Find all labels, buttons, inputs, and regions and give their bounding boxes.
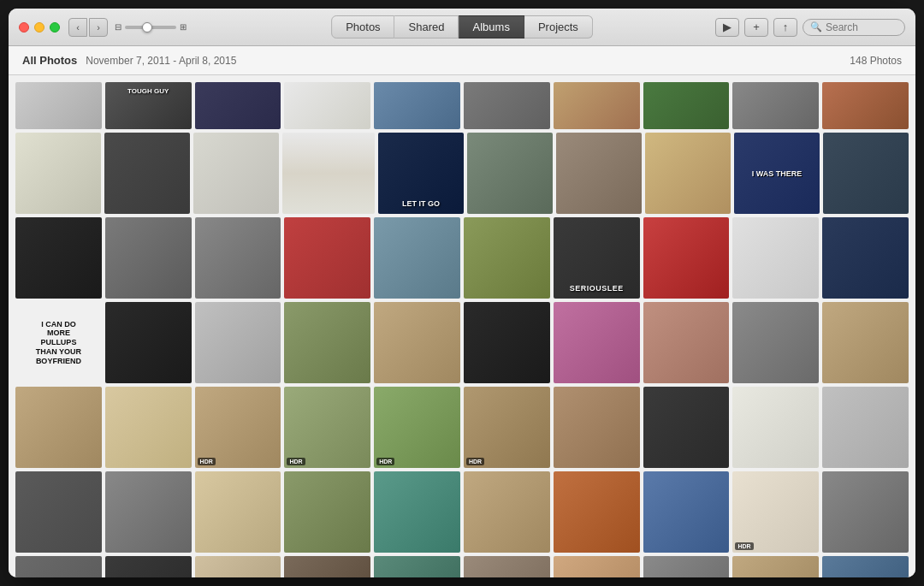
photo-cell[interactable] (464, 82, 550, 129)
photo-cell[interactable] (822, 302, 909, 383)
photo-cell[interactable] (105, 387, 192, 468)
photo-cell[interactable] (15, 217, 102, 299)
hdr-badge: HDR (287, 458, 305, 465)
photo-cell[interactable] (15, 133, 101, 214)
photo-cell[interactable] (822, 82, 909, 129)
photo-cell[interactable] (643, 302, 730, 383)
photo-cell[interactable] (643, 387, 730, 468)
breadcrumb-left: All Photos November 7, 2011 - April 8, 2… (22, 54, 236, 67)
photo-cell[interactable] (284, 217, 370, 299)
photo-cell[interactable] (284, 556, 370, 577)
photo-cell[interactable]: HDR (732, 556, 819, 577)
zoom-in-icon: ⊞ (180, 22, 187, 32)
photo-cell[interactable] (282, 133, 375, 214)
tab-shared[interactable]: Shared (395, 15, 459, 38)
photo-cell[interactable] (643, 556, 730, 577)
minimize-button[interactable] (34, 22, 44, 33)
photo-cell[interactable] (105, 556, 192, 577)
search-box[interactable]: 🔍 (803, 19, 905, 36)
photo-cell[interactable] (195, 556, 281, 577)
photo-cell[interactable] (195, 82, 281, 129)
photo-cell[interactable] (193, 133, 279, 214)
photo-cell[interactable] (374, 82, 460, 129)
photo-cell[interactable] (554, 387, 640, 468)
photo-cell[interactable]: HDR (732, 471, 819, 553)
photo-cell[interactable] (464, 556, 550, 577)
add-button[interactable]: + (744, 18, 768, 37)
photo-cell[interactable] (464, 217, 550, 299)
tab-albums[interactable]: Albums (459, 15, 524, 38)
photo-cell[interactable]: HDR (554, 556, 640, 577)
photo-cell[interactable]: HDR (374, 387, 460, 468)
photo-cell[interactable] (284, 302, 370, 383)
photo-cell[interactable] (195, 302, 281, 383)
grid-row: TOUGH GUY (15, 82, 909, 129)
photo-cell[interactable]: SERIOUSLEE (554, 217, 640, 299)
photo-cell[interactable] (732, 302, 819, 383)
photo-cell[interactable] (15, 387, 102, 468)
photo-cell[interactable] (464, 302, 550, 383)
photo-cell[interactable] (195, 217, 281, 299)
hdr-badge: HDR (376, 458, 394, 465)
close-button[interactable] (19, 22, 29, 33)
photo-cell[interactable] (374, 471, 460, 553)
photo-cell[interactable] (822, 387, 909, 468)
grid-row: HDR HDR HDR HDR (15, 387, 909, 468)
breadcrumb-bar: All Photos November 7, 2011 - April 8, 2… (9, 46, 915, 75)
photo-cell[interactable] (554, 302, 640, 383)
nav-tabs: Photos Shared Albums Projects (331, 15, 593, 38)
photo-cell[interactable] (15, 82, 102, 129)
photo-cell[interactable] (643, 471, 730, 553)
traffic-lights (19, 22, 60, 33)
search-input[interactable] (826, 21, 894, 33)
hdr-badge: HDR (466, 458, 484, 465)
maximize-button[interactable] (50, 22, 60, 33)
tab-photos[interactable]: Photos (331, 15, 394, 38)
grid-row: SERIOUSLEE (15, 217, 909, 299)
photo-cell[interactable]: I WAS THERE (734, 133, 820, 214)
photo-cell[interactable] (822, 556, 909, 577)
photo-cell[interactable] (556, 133, 642, 214)
photo-cell[interactable] (467, 133, 553, 214)
tab-projects[interactable]: Projects (524, 15, 593, 38)
photo-cell[interactable] (105, 217, 192, 299)
photo-cell[interactable] (643, 217, 730, 299)
photo-cell[interactable] (464, 471, 550, 553)
photo-cell[interactable]: LET IT GO (378, 133, 464, 214)
photo-cell[interactable] (284, 471, 370, 553)
photo-cell[interactable]: I CAN DOMOREPULLUPSTHAN YOURBOYFRIEND (15, 302, 102, 383)
photo-cell[interactable] (643, 82, 730, 129)
photo-cell[interactable] (284, 82, 370, 129)
photo-cell[interactable] (105, 302, 192, 383)
photo-cell[interactable] (105, 471, 192, 553)
photo-cell[interactable] (15, 556, 102, 577)
photo-cell[interactable] (195, 471, 281, 553)
photo-cell[interactable] (732, 217, 819, 299)
photo-cell[interactable] (732, 387, 819, 468)
hdr-badge: HDR (198, 458, 216, 465)
photo-cell[interactable]: HDR (464, 387, 550, 468)
breadcrumb-date: November 7, 2011 - April 8, 2015 (86, 55, 236, 67)
photo-cell[interactable]: HDR (284, 387, 370, 468)
photo-cell[interactable] (822, 217, 909, 299)
photo-cell[interactable] (554, 471, 640, 553)
photo-cell[interactable] (374, 556, 460, 577)
photo-cell[interactable]: TOUGH GUY (105, 82, 192, 129)
share-button[interactable]: ↑ (773, 18, 797, 37)
photo-cell[interactable] (374, 302, 460, 383)
photo-cell[interactable] (732, 82, 819, 129)
photo-cell[interactable] (554, 82, 640, 129)
photo-cell[interactable] (104, 133, 190, 214)
slider-thumb (142, 22, 152, 33)
play-button[interactable]: ▶ (715, 18, 739, 37)
photo-cell[interactable] (645, 133, 731, 214)
photo-cell[interactable] (822, 471, 909, 553)
titlebar: ‹ › ⊟ ⊞ Photos Shared Albums Projects ▶ … (9, 9, 915, 46)
photo-cell[interactable]: HDR (195, 387, 281, 468)
forward-button[interactable]: › (89, 18, 108, 37)
photo-cell[interactable] (15, 471, 102, 553)
photo-cell[interactable] (823, 133, 909, 214)
back-button[interactable]: ‹ (68, 18, 87, 37)
photo-cell[interactable] (374, 217, 460, 299)
zoom-slider[interactable] (125, 26, 176, 29)
